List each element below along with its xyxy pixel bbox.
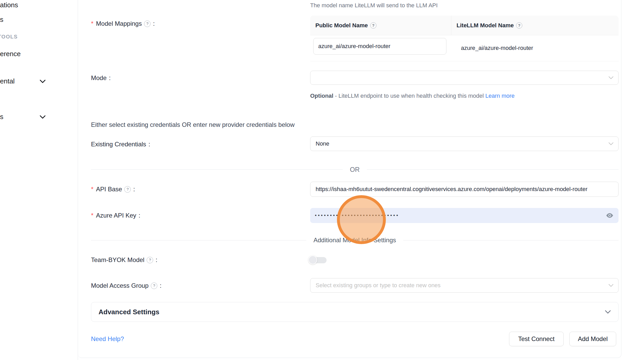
divider-line bbox=[367, 169, 619, 170]
additional-settings-divider: Additional Model Info Settings bbox=[91, 236, 619, 244]
sidebar-item-label: s bbox=[0, 113, 3, 121]
api-base-value: https://ishaa-mh6uutut-swedencentral.cog… bbox=[316, 186, 588, 193]
label-text: Model Mappings bbox=[96, 20, 142, 28]
sidebar-item-reference[interactable]: erence bbox=[0, 50, 21, 58]
label-colon: : bbox=[160, 282, 161, 290]
required-asterisk: * bbox=[91, 20, 93, 28]
advanced-settings-panel[interactable]: Advanced Settings bbox=[91, 302, 619, 322]
question-icon[interactable]: ? bbox=[144, 21, 151, 27]
column-litellm-model-name: LiteLLM Model Name ? bbox=[451, 16, 619, 35]
label-colon: : bbox=[148, 140, 150, 148]
advanced-settings-label: Advanced Settings bbox=[99, 308, 159, 316]
column-public-model-name: Public Model Name ? bbox=[310, 16, 451, 35]
additional-settings-divider-text: Additional Model Info Settings bbox=[314, 237, 396, 244]
sidebar-item-label: s bbox=[0, 16, 3, 23]
existing-credentials-select[interactable]: None bbox=[310, 136, 619, 151]
help-bold: Optional bbox=[310, 93, 333, 99]
or-divider: OR bbox=[91, 166, 619, 173]
masked-api-key: •••••••• ••••••••••••••••••• bbox=[315, 213, 399, 218]
azure-api-key-label: * Azure API Key : bbox=[91, 212, 140, 219]
existing-credentials-label: Existing Credentials : bbox=[91, 140, 150, 148]
sidebar: ations s TOOLS erence ental s bbox=[0, 0, 78, 360]
sidebar-item-label: erence bbox=[0, 50, 21, 58]
divider-line bbox=[91, 169, 343, 170]
chevron-down-icon bbox=[608, 284, 614, 287]
sidebar-item-settings[interactable]: s bbox=[0, 113, 3, 121]
mode-help-text: Optional - LiteLLM endpoint to use when … bbox=[310, 90, 522, 101]
model-mappings-label: * Model Mappings ? : bbox=[91, 20, 155, 28]
label-text: Azure API Key bbox=[96, 212, 136, 219]
mode-label: Mode : bbox=[91, 74, 111, 82]
label-colon: : bbox=[155, 256, 157, 264]
label-text: Model Access Group bbox=[91, 282, 148, 290]
question-icon[interactable]: ? bbox=[370, 22, 376, 29]
api-base-label: * API Base ? : bbox=[91, 185, 135, 193]
model-access-group-placeholder: Select existing groups or type to create… bbox=[316, 282, 441, 289]
toggle-knob bbox=[308, 256, 317, 264]
sidebar-item-experimental[interactable]: ental bbox=[0, 77, 15, 85]
sidebar-section-label: TOOLS bbox=[0, 34, 18, 40]
question-icon[interactable]: ? bbox=[124, 186, 131, 193]
or-divider-text: OR bbox=[350, 166, 360, 173]
public-model-name-input[interactable] bbox=[313, 38, 446, 55]
chevron-down-icon bbox=[40, 80, 46, 83]
chevron-down-icon bbox=[608, 142, 614, 145]
label-text: Mode bbox=[91, 74, 107, 82]
label-text: Existing Credentials bbox=[91, 140, 146, 148]
azure-api-key-input[interactable]: •••••••• ••••••••••••••••••• bbox=[310, 208, 619, 223]
api-base-input[interactable]: https://ishaa-mh6uutut-swedencentral.cog… bbox=[310, 182, 619, 197]
column-label: LiteLLM Model Name bbox=[457, 22, 514, 29]
add-model-button[interactable]: Add Model bbox=[569, 332, 616, 346]
test-connect-button[interactable]: Test Connect bbox=[509, 332, 564, 346]
litellm-model-name-value: azure_ai/azure-model-router bbox=[461, 45, 533, 51]
model-access-group-label: Model Access Group ? : bbox=[91, 282, 161, 290]
label-text: Team-BYOK Model bbox=[91, 256, 144, 264]
sidebar-section-tools: TOOLS bbox=[0, 34, 18, 40]
divider-line bbox=[91, 240, 306, 240]
learn-more-link[interactable]: Learn more bbox=[485, 93, 515, 99]
label-text: API Base bbox=[96, 185, 122, 193]
sidebar-item-models[interactable]: s bbox=[0, 16, 3, 24]
existing-credentials-value: None bbox=[316, 140, 329, 147]
team-byok-toggle[interactable] bbox=[308, 255, 327, 265]
need-help-link[interactable]: Need Help? bbox=[91, 335, 124, 343]
divider-line bbox=[403, 240, 619, 240]
required-asterisk: * bbox=[91, 185, 93, 193]
required-asterisk: * bbox=[91, 212, 93, 219]
help-body: - LiteLLM endpoint to use when health ch… bbox=[333, 93, 485, 99]
question-icon[interactable]: ? bbox=[147, 257, 153, 263]
label-colon: : bbox=[109, 74, 111, 82]
sidebar-item-organizations[interactable]: ations bbox=[0, 1, 18, 9]
label-colon: : bbox=[139, 212, 140, 219]
question-icon[interactable]: ? bbox=[151, 283, 157, 289]
model-mappings-table-header: Public Model Name ? LiteLLM Model Name ? bbox=[310, 16, 619, 35]
chevron-down-icon bbox=[40, 115, 46, 119]
label-colon: : bbox=[153, 20, 155, 28]
model-access-group-select[interactable]: Select existing groups or type to create… bbox=[310, 278, 619, 293]
sidebar-item-label: ental bbox=[0, 77, 15, 85]
model-mapping-row: azure_ai/azure-model-router bbox=[310, 35, 619, 61]
column-label: Public Model Name bbox=[315, 22, 368, 29]
model-name-helper-text: The model name LiteLLM will send to the … bbox=[310, 2, 438, 9]
team-byok-label: Team-BYOK Model ? : bbox=[91, 256, 157, 264]
chevron-down-icon bbox=[605, 310, 611, 314]
sidebar-item-label: ations bbox=[0, 1, 18, 9]
chevron-down-icon bbox=[608, 76, 614, 79]
add-model-page: ations s TOOLS erence ental s The model … bbox=[0, 0, 644, 360]
label-colon: : bbox=[133, 185, 135, 193]
question-icon[interactable]: ? bbox=[516, 22, 522, 29]
mode-select[interactable] bbox=[310, 71, 619, 85]
eye-icon[interactable] bbox=[606, 212, 614, 219]
credentials-note: Either select existing credentials OR en… bbox=[91, 121, 295, 128]
